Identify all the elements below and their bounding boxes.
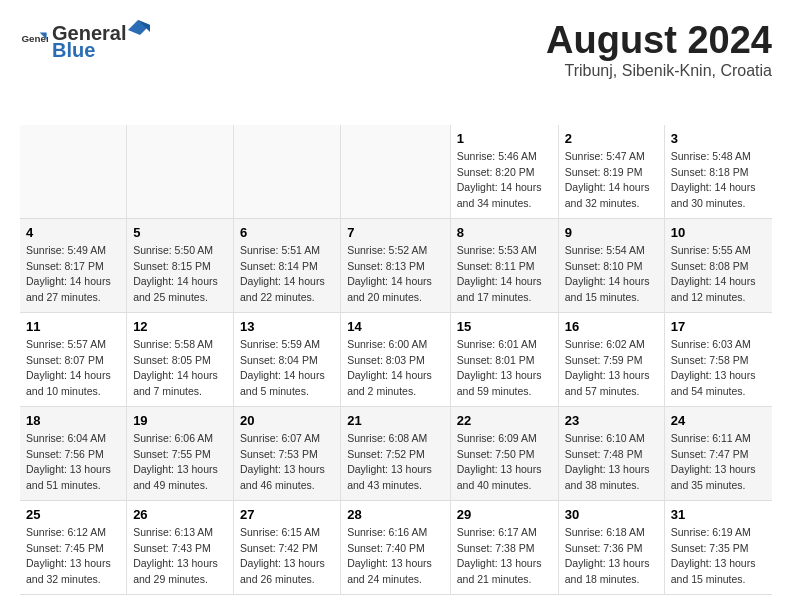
calendar-cell: 20Sunrise: 6:07 AM Sunset: 7:53 PM Dayli… — [234, 406, 341, 500]
day-info: Sunrise: 5:57 AM Sunset: 8:07 PM Dayligh… — [26, 337, 120, 400]
calendar-cell: 11Sunrise: 5:57 AM Sunset: 8:07 PM Dayli… — [20, 312, 127, 406]
day-number: 31 — [671, 507, 766, 522]
day-number: 21 — [347, 413, 444, 428]
calendar-cell: 30Sunrise: 6:18 AM Sunset: 7:36 PM Dayli… — [558, 500, 664, 594]
col-header-wednesday: Wednesday — [341, 96, 451, 125]
calendar-cell: 6Sunrise: 5:51 AM Sunset: 8:14 PM Daylig… — [234, 218, 341, 312]
calendar-cell: 19Sunrise: 6:06 AM Sunset: 7:55 PM Dayli… — [127, 406, 234, 500]
day-info: Sunrise: 5:52 AM Sunset: 8:13 PM Dayligh… — [347, 243, 444, 306]
calendar-cell: 16Sunrise: 6:02 AM Sunset: 7:59 PM Dayli… — [558, 312, 664, 406]
day-info: Sunrise: 6:04 AM Sunset: 7:56 PM Dayligh… — [26, 431, 120, 494]
calendar-cell: 3Sunrise: 5:48 AM Sunset: 8:18 PM Daylig… — [664, 125, 772, 219]
day-number: 16 — [565, 319, 658, 334]
calendar-cell: 12Sunrise: 5:58 AM Sunset: 8:05 PM Dayli… — [127, 312, 234, 406]
calendar-cell: 22Sunrise: 6:09 AM Sunset: 7:50 PM Dayli… — [450, 406, 558, 500]
calendar-cell: 25Sunrise: 6:12 AM Sunset: 7:45 PM Dayli… — [20, 500, 127, 594]
calendar-cell: 23Sunrise: 6:10 AM Sunset: 7:48 PM Dayli… — [558, 406, 664, 500]
day-info: Sunrise: 6:09 AM Sunset: 7:50 PM Dayligh… — [457, 431, 552, 494]
calendar-cell: 17Sunrise: 6:03 AM Sunset: 7:58 PM Dayli… — [664, 312, 772, 406]
day-number: 13 — [240, 319, 334, 334]
day-info: Sunrise: 5:50 AM Sunset: 8:15 PM Dayligh… — [133, 243, 227, 306]
calendar-cell — [20, 125, 127, 219]
location-subtitle: Tribunj, Sibenik-Knin, Croatia — [546, 62, 772, 80]
calendar-cell: 31Sunrise: 6:19 AM Sunset: 7:35 PM Dayli… — [664, 500, 772, 594]
day-number: 9 — [565, 225, 658, 240]
calendar-week-row: 25Sunrise: 6:12 AM Sunset: 7:45 PM Dayli… — [20, 500, 772, 594]
day-info: Sunrise: 6:18 AM Sunset: 7:36 PM Dayligh… — [565, 525, 658, 588]
day-info: Sunrise: 5:49 AM Sunset: 8:17 PM Dayligh… — [26, 243, 120, 306]
calendar-header-row: SundayMondayTuesdayWednesdayThursdayFrid… — [20, 96, 772, 125]
logo: General General Blue — [20, 20, 152, 62]
day-info: Sunrise: 5:53 AM Sunset: 8:11 PM Dayligh… — [457, 243, 552, 306]
calendar-cell: 15Sunrise: 6:01 AM Sunset: 8:01 PM Dayli… — [450, 312, 558, 406]
day-number: 27 — [240, 507, 334, 522]
calendar-cell: 10Sunrise: 5:55 AM Sunset: 8:08 PM Dayli… — [664, 218, 772, 312]
day-number: 5 — [133, 225, 227, 240]
day-info: Sunrise: 6:01 AM Sunset: 8:01 PM Dayligh… — [457, 337, 552, 400]
day-number: 2 — [565, 131, 658, 146]
day-number: 4 — [26, 225, 120, 240]
day-info: Sunrise: 6:17 AM Sunset: 7:38 PM Dayligh… — [457, 525, 552, 588]
day-number: 20 — [240, 413, 334, 428]
day-info: Sunrise: 5:59 AM Sunset: 8:04 PM Dayligh… — [240, 337, 334, 400]
day-info: Sunrise: 6:00 AM Sunset: 8:03 PM Dayligh… — [347, 337, 444, 400]
col-header-thursday: Thursday — [450, 96, 558, 125]
day-info: Sunrise: 6:07 AM Sunset: 7:53 PM Dayligh… — [240, 431, 334, 494]
day-info: Sunrise: 5:47 AM Sunset: 8:19 PM Dayligh… — [565, 149, 658, 212]
calendar-week-row: 18Sunrise: 6:04 AM Sunset: 7:56 PM Dayli… — [20, 406, 772, 500]
day-number: 25 — [26, 507, 120, 522]
col-header-saturday: Saturday — [664, 96, 772, 125]
day-info: Sunrise: 5:51 AM Sunset: 8:14 PM Dayligh… — [240, 243, 334, 306]
day-info: Sunrise: 6:08 AM Sunset: 7:52 PM Dayligh… — [347, 431, 444, 494]
col-header-monday: Monday — [127, 96, 234, 125]
calendar-cell: 21Sunrise: 6:08 AM Sunset: 7:52 PM Dayli… — [341, 406, 451, 500]
day-info: Sunrise: 5:58 AM Sunset: 8:05 PM Dayligh… — [133, 337, 227, 400]
day-number: 29 — [457, 507, 552, 522]
day-number: 30 — [565, 507, 658, 522]
month-year-title: August 2024 — [546, 20, 772, 62]
day-number: 22 — [457, 413, 552, 428]
col-header-sunday: Sunday — [20, 96, 127, 125]
day-number: 10 — [671, 225, 766, 240]
calendar-cell — [341, 125, 451, 219]
day-info: Sunrise: 6:16 AM Sunset: 7:40 PM Dayligh… — [347, 525, 444, 588]
logo-icon: General — [20, 27, 48, 55]
calendar-cell: 28Sunrise: 6:16 AM Sunset: 7:40 PM Dayli… — [341, 500, 451, 594]
day-info: Sunrise: 5:46 AM Sunset: 8:20 PM Dayligh… — [457, 149, 552, 212]
day-number: 17 — [671, 319, 766, 334]
day-info: Sunrise: 5:55 AM Sunset: 8:08 PM Dayligh… — [671, 243, 766, 306]
calendar-week-row: 4Sunrise: 5:49 AM Sunset: 8:17 PM Daylig… — [20, 218, 772, 312]
calendar-cell: 26Sunrise: 6:13 AM Sunset: 7:43 PM Dayli… — [127, 500, 234, 594]
calendar-cell: 7Sunrise: 5:52 AM Sunset: 8:13 PM Daylig… — [341, 218, 451, 312]
col-header-friday: Friday — [558, 96, 664, 125]
calendar-cell: 27Sunrise: 6:15 AM Sunset: 7:42 PM Dayli… — [234, 500, 341, 594]
calendar-week-row: 1Sunrise: 5:46 AM Sunset: 8:20 PM Daylig… — [20, 125, 772, 219]
calendar-week-row: 11Sunrise: 5:57 AM Sunset: 8:07 PM Dayli… — [20, 312, 772, 406]
calendar-table: SundayMondayTuesdayWednesdayThursdayFrid… — [20, 96, 772, 595]
day-number: 14 — [347, 319, 444, 334]
col-header-tuesday: Tuesday — [234, 96, 341, 125]
calendar-cell: 14Sunrise: 6:00 AM Sunset: 8:03 PM Dayli… — [341, 312, 451, 406]
day-number: 12 — [133, 319, 227, 334]
day-number: 28 — [347, 507, 444, 522]
calendar-cell: 5Sunrise: 5:50 AM Sunset: 8:15 PM Daylig… — [127, 218, 234, 312]
calendar-cell: 2Sunrise: 5:47 AM Sunset: 8:19 PM Daylig… — [558, 125, 664, 219]
day-number: 18 — [26, 413, 120, 428]
day-number: 1 — [457, 131, 552, 146]
day-number: 23 — [565, 413, 658, 428]
day-number: 6 — [240, 225, 334, 240]
day-info: Sunrise: 6:12 AM Sunset: 7:45 PM Dayligh… — [26, 525, 120, 588]
day-number: 15 — [457, 319, 552, 334]
day-number: 24 — [671, 413, 766, 428]
day-number: 3 — [671, 131, 766, 146]
day-info: Sunrise: 5:48 AM Sunset: 8:18 PM Dayligh… — [671, 149, 766, 212]
calendar-cell — [127, 125, 234, 219]
calendar-cell: 13Sunrise: 5:59 AM Sunset: 8:04 PM Dayli… — [234, 312, 341, 406]
day-number: 11 — [26, 319, 120, 334]
day-info: Sunrise: 5:54 AM Sunset: 8:10 PM Dayligh… — [565, 243, 658, 306]
day-info: Sunrise: 6:13 AM Sunset: 7:43 PM Dayligh… — [133, 525, 227, 588]
calendar-cell: 1Sunrise: 5:46 AM Sunset: 8:20 PM Daylig… — [450, 125, 558, 219]
logo-bird-icon — [128, 20, 150, 40]
calendar-cell: 24Sunrise: 6:11 AM Sunset: 7:47 PM Dayli… — [664, 406, 772, 500]
calendar-cell: 8Sunrise: 5:53 AM Sunset: 8:11 PM Daylig… — [450, 218, 558, 312]
